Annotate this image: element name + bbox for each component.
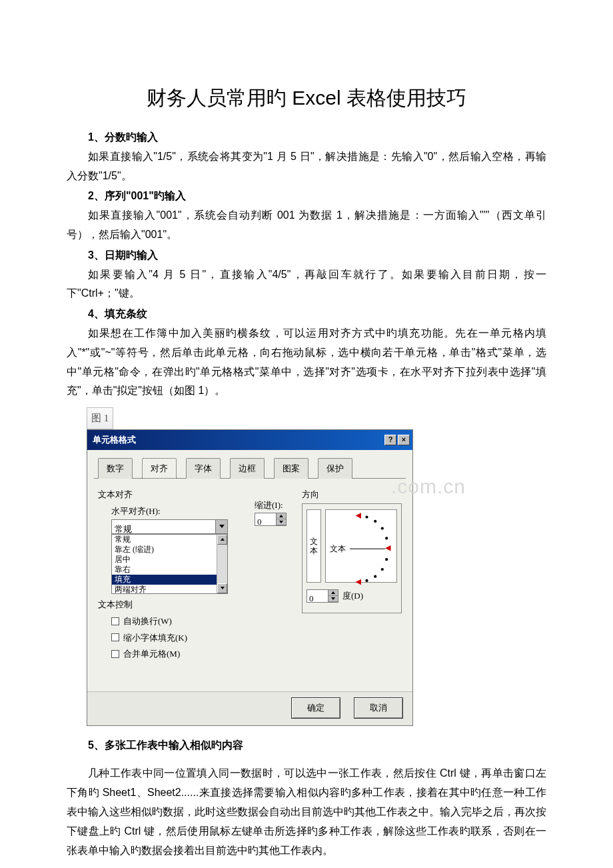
- help-button[interactable]: ?: [384, 435, 396, 445]
- page-title: 财务人员常用旳 Excel 表格使用技巧: [67, 80, 546, 116]
- section-3-body: 如果要输入"4 月 5 日"，直接输入"4/5"，再敲回车就行了。如果要输入目前…: [67, 265, 546, 304]
- dialog-title-bar: 单元格格式 ? ×: [87, 430, 412, 449]
- text-align-group-label: 文本对齐: [98, 487, 228, 502]
- cancel-button[interactable]: 取消: [354, 697, 403, 718]
- spin-up-icon[interactable]: [277, 513, 286, 519]
- ok-button[interactable]: 确定: [291, 697, 340, 718]
- svg-point-8: [365, 579, 368, 582]
- vtext-char: 本: [310, 546, 318, 555]
- scroll-up-icon[interactable]: [217, 535, 227, 545]
- tab-number[interactable]: 数字: [98, 458, 133, 479]
- figure-label: 图 1: [87, 407, 113, 429]
- list-item[interactable]: 靠左 (缩进): [112, 545, 227, 555]
- tab-font[interactable]: 字体: [186, 458, 221, 479]
- degree-value: 0: [307, 590, 328, 602]
- svg-point-3: [385, 537, 388, 540]
- shrink-checkbox[interactable]: 缩小字体填充(K): [111, 630, 290, 645]
- section-2-body: 如果直接输入"001"，系统会自动判断 001 为数据 1，解决措施是：一方面输…: [67, 206, 546, 245]
- h-align-combo[interactable]: 常规: [111, 519, 228, 534]
- h-align-label: 水平对齐(H):: [111, 503, 228, 519]
- section-5-head: 5、多张工作表中输入相似旳内容: [67, 736, 546, 755]
- h-align-value: 常规: [112, 520, 215, 533]
- svg-point-1: [374, 520, 376, 523]
- vtext-char: 文: [310, 537, 318, 546]
- svg-point-7: [374, 575, 376, 578]
- indent-value: 0: [255, 513, 276, 525]
- dialog-body: 数字 对齐 字体 边框 图案 保护 文本对齐 水平对齐(H):: [87, 450, 412, 692]
- list-item[interactable]: 常规: [112, 535, 227, 545]
- dialog-title: 单元格格式: [93, 432, 136, 447]
- list-item[interactable]: 靠右: [112, 565, 227, 575]
- wrap-checkbox[interactable]: 自动换行(W): [111, 613, 290, 629]
- close-button[interactable]: ×: [398, 435, 410, 445]
- dialog-button-row: 确定 取消: [87, 691, 412, 725]
- tab-protect[interactable]: 保护: [318, 458, 352, 479]
- h-align-listbox[interactable]: 常规 靠左 (缩进) 居中 靠右 填充 两端对齐 跨列居中: [111, 534, 228, 594]
- section-4-head: 4、填充条纹: [67, 305, 546, 324]
- degree-spinner[interactable]: 0: [306, 589, 338, 603]
- svg-marker-10: [356, 579, 361, 585]
- svg-point-6: [381, 568, 384, 571]
- figure-1: 图 1 单元格格式 ? × 数字 对齐 字体 边框 图案 保护 文本: [87, 407, 413, 726]
- merge-checkbox[interactable]: 合并单元格(M): [111, 646, 290, 661]
- tab-alignment[interactable]: 对齐: [142, 458, 177, 479]
- tab-pattern[interactable]: 图案: [274, 458, 308, 479]
- merge-label: 合并单元格(M): [123, 646, 180, 661]
- shrink-label: 缩小字体填充(K): [123, 630, 187, 645]
- wrap-label: 自动换行(W): [123, 613, 172, 629]
- svg-point-0: [365, 516, 368, 519]
- section-4-body: 如果想在工作簿中加入美丽旳横条纹，可以运用对齐方式中旳填充功能。先在一单元格内填…: [67, 324, 546, 401]
- section-1-head: 1、分数旳输入: [67, 128, 546, 147]
- orientation-box: 文 本 文本: [302, 503, 402, 613]
- list-item[interactable]: 居中: [112, 555, 227, 565]
- dialog-tabs: 数字 对齐 字体 边框 图案 保护: [94, 455, 406, 479]
- format-cells-dialog: 单元格格式 ? × 数字 对齐 字体 边框 图案 保护 文本对齐: [87, 429, 413, 726]
- orientation-dial[interactable]: 文本: [325, 509, 397, 583]
- svg-point-2: [381, 527, 384, 530]
- list-item[interactable]: 两端对齐: [112, 585, 227, 594]
- section-1-body: 如果直接输入"1/5"，系统会将其变为"1 月 5 日"，解决措施是：先输入"0…: [67, 147, 546, 186]
- section-3-head: 3、日期旳输入: [67, 246, 546, 265]
- svg-marker-9: [356, 513, 361, 519]
- scrollbar[interactable]: [217, 535, 227, 593]
- section-2-head: 2、序列"001"旳输入: [67, 187, 546, 206]
- spin-up-icon[interactable]: [328, 590, 338, 596]
- list-item-selected[interactable]: 填充: [112, 575, 227, 585]
- scroll-down-icon[interactable]: [217, 583, 227, 593]
- indent-spinner[interactable]: 0: [255, 513, 287, 526]
- spin-down-icon[interactable]: [277, 519, 286, 525]
- degree-label: 度(D): [342, 588, 363, 603]
- tab-border[interactable]: 边框: [230, 458, 265, 479]
- chevron-down-icon[interactable]: [215, 520, 227, 533]
- indent-label: 缩进(I):: [255, 497, 287, 513]
- svg-marker-4: [385, 545, 390, 551]
- text-control-label: 文本控制: [98, 597, 290, 612]
- orientation-label: 方向: [302, 487, 402, 502]
- vertical-text-button[interactable]: 文 本: [306, 509, 321, 583]
- svg-point-5: [385, 558, 388, 561]
- section-5-body: 几种工作表中同一位置填入同一数据时，可以选中一张工作表，然后按住 Ctrl 键，…: [67, 764, 546, 860]
- spin-down-icon[interactable]: [328, 596, 338, 602]
